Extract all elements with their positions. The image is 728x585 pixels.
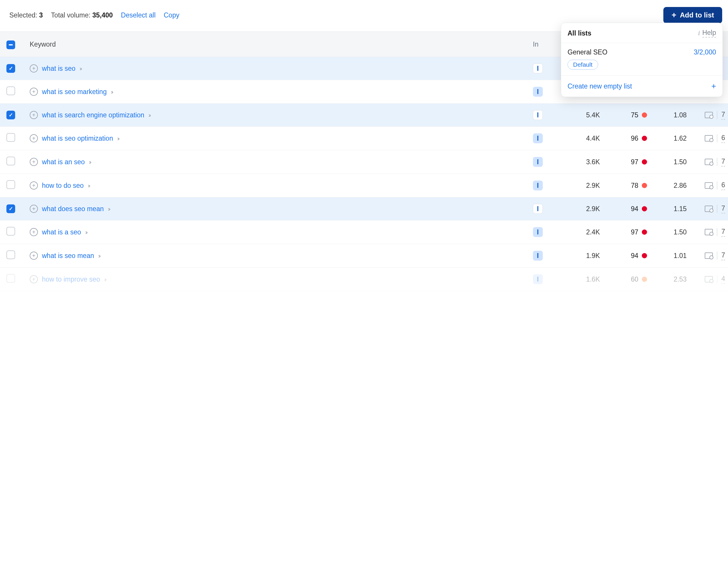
plus-icon: + [711, 82, 716, 91]
serp-icon[interactable] [705, 112, 713, 118]
info-icon: i [698, 29, 700, 37]
create-new-list-link[interactable]: Create new empty list + [561, 76, 723, 97]
intent-badge[interactable]: I [533, 133, 543, 143]
serp-count[interactable]: 6 [721, 134, 725, 143]
add-circle-icon[interactable]: + [30, 251, 38, 260]
serp-count[interactable]: 6 [721, 181, 725, 190]
serp-icon[interactable] [705, 276, 713, 283]
kd-value: 94 [631, 205, 638, 213]
column-keyword[interactable]: Keyword [30, 41, 533, 48]
row-checkbox[interactable]: ✓ [6, 64, 15, 73]
serp-icon[interactable] [705, 206, 713, 212]
intent-badge[interactable]: I [533, 274, 543, 284]
keyword-link[interactable]: what is a seo [42, 228, 81, 236]
row-checkbox[interactable]: ✓ [6, 227, 15, 236]
volume-value: 1.6K [568, 275, 608, 283]
row-checkbox[interactable]: ✓ [6, 205, 15, 213]
volume-value: 2.9K [568, 205, 608, 213]
check-icon: ✓ [9, 206, 13, 212]
row-checkbox[interactable]: ✓ [6, 157, 15, 165]
cpc-value: 1.15 [652, 205, 690, 213]
kd-cell: 60 [608, 275, 652, 283]
volume-value: 2.9K [568, 182, 608, 190]
chevrons-right-icon: ›› [108, 206, 109, 212]
dropdown-title: All lists [568, 29, 592, 37]
keyword-link[interactable]: what does seo mean [42, 205, 104, 213]
chevrons-right-icon: ›› [88, 182, 89, 189]
keyword-link[interactable]: how to improve seo [42, 275, 100, 283]
cpc-value: 1.50 [652, 228, 690, 236]
serp-icon[interactable] [705, 159, 713, 165]
help-link[interactable]: i Help [698, 29, 716, 37]
cpc-value: 2.86 [652, 182, 690, 190]
serp-count[interactable]: 7 [721, 111, 725, 120]
keyword-link[interactable]: what is seo mean [42, 252, 94, 260]
difficulty-dot-icon [642, 206, 647, 211]
difficulty-dot-icon [642, 230, 647, 235]
intent-badge[interactable]: I [533, 157, 543, 167]
add-circle-icon[interactable]: + [30, 181, 38, 190]
chevrons-right-icon: ›› [98, 252, 100, 259]
add-to-list-label: Add to list [680, 11, 714, 19]
intent-badge[interactable]: I [533, 227, 543, 237]
keyword-link[interactable]: what is seo [42, 65, 75, 73]
row-checkbox[interactable]: ✓ [6, 133, 15, 142]
add-to-list-button[interactable]: + Add to list [664, 7, 722, 23]
add-circle-icon[interactable]: + [30, 111, 38, 119]
kd-cell: 94 [608, 205, 652, 213]
check-icon: ✓ [9, 65, 13, 72]
serp-count[interactable]: 4 [721, 275, 725, 284]
table-row: ✓+what is an seo››I3.6K971.507 [0, 150, 728, 174]
select-all-checkbox[interactable] [6, 41, 15, 49]
difficulty-dot-icon [642, 183, 647, 188]
intent-badge[interactable]: I [533, 63, 543, 73]
cpc-value: 1.62 [652, 135, 690, 142]
deselect-all-link[interactable]: Deselect all [121, 11, 156, 19]
list-count: 3/2,000 [694, 48, 716, 56]
row-checkbox[interactable]: ✓ [6, 274, 15, 283]
serp-icon[interactable] [705, 252, 713, 259]
serp-icon[interactable] [705, 135, 713, 141]
intent-badge[interactable]: I [533, 87, 543, 97]
copy-link[interactable]: Copy [164, 11, 179, 19]
cpc-value: 1.50 [652, 158, 690, 166]
add-circle-icon[interactable]: + [30, 158, 38, 166]
row-checkbox[interactable]: ✓ [6, 111, 15, 119]
add-circle-icon[interactable]: + [30, 64, 38, 73]
intent-badge[interactable]: I [533, 110, 543, 120]
kd-value: 78 [631, 182, 638, 190]
keyword-link[interactable]: what is search engine optimization [42, 111, 145, 119]
add-circle-icon[interactable]: + [30, 88, 38, 96]
serp-icon[interactable] [705, 229, 713, 235]
difficulty-dot-icon [642, 159, 647, 164]
cpc-value: 1.08 [652, 111, 690, 119]
row-checkbox[interactable]: ✓ [6, 180, 15, 189]
add-circle-icon[interactable]: + [30, 228, 38, 236]
minus-icon [9, 44, 13, 46]
keyword-link[interactable]: what is seo optimization [42, 135, 113, 142]
kd-cell: 97 [608, 228, 652, 236]
check-icon: ✓ [9, 112, 13, 118]
keyword-link[interactable]: what is an seo [42, 158, 85, 166]
chevrons-right-icon: ›› [149, 112, 150, 118]
row-checkbox[interactable]: ✓ [6, 86, 15, 95]
row-checkbox[interactable]: ✓ [6, 250, 15, 259]
add-circle-icon[interactable]: + [30, 205, 38, 213]
serp-icon[interactable] [705, 182, 713, 189]
intent-badge[interactable]: I [533, 181, 543, 190]
chevrons-right-icon: ›› [85, 229, 86, 236]
difficulty-dot-icon [642, 136, 647, 141]
serp-count[interactable]: 7 [721, 158, 725, 166]
serp-count[interactable]: 7 [721, 205, 725, 213]
keyword-link[interactable]: what is seo marketing [42, 88, 107, 96]
list-item-general-seo[interactable]: General SEO Default 3/2,000 [561, 43, 723, 76]
table-row: ✓+what does seo mean››I2.9K941.157 [0, 197, 728, 220]
add-circle-icon[interactable]: + [30, 134, 38, 142]
add-circle-icon[interactable]: + [30, 275, 38, 283]
serp-count[interactable]: 7 [721, 251, 725, 260]
serp-count[interactable]: 7 [721, 228, 725, 237]
intent-badge[interactable]: I [533, 251, 543, 261]
selected-label: Selected: 3 [9, 11, 43, 19]
keyword-link[interactable]: how to do seo [42, 182, 84, 190]
intent-badge[interactable]: I [533, 204, 543, 214]
